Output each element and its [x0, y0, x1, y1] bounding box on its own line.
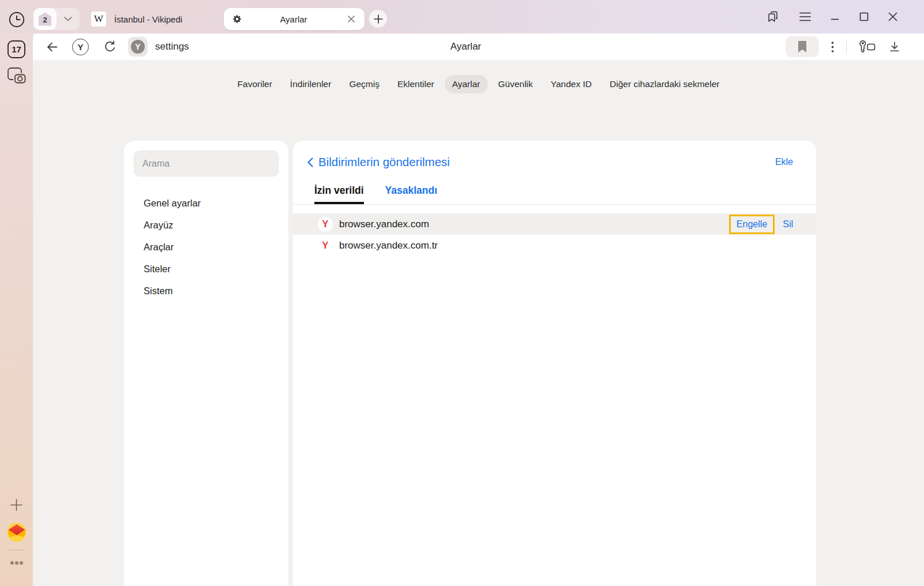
settings-search-input[interactable] [134, 151, 279, 176]
tab-title: İstanbul - Vikipedi [114, 14, 182, 24]
active-tab-title: Ayarlar [242, 14, 345, 24]
more-options-button[interactable] [831, 42, 834, 52]
close-tab-button[interactable] [345, 13, 358, 25]
minimize-icon [831, 12, 840, 21]
site-row[interactable]: Y browser.yandex.com.tr [293, 235, 816, 256]
yandex-app-button[interactable] [7, 523, 27, 544]
more-dots-icon [10, 561, 24, 565]
tab-group-count-badge: 2 [39, 13, 51, 26]
bookmark-button[interactable] [786, 36, 819, 57]
site-favicon-wrap: Y [318, 217, 333, 232]
tab-ayarlar-active[interactable]: Ayarlar [224, 8, 365, 30]
tab-istanbul-vikipedi[interactable]: W İstanbul - Vikipedi [84, 8, 189, 30]
nav-item-diger-cihazlar[interactable]: Diğer cihazlardaki sekmeler [602, 75, 727, 93]
settings-sidebar-panel: Genel ayarlar Arayüz Araçlar Siteler Sis… [124, 141, 288, 586]
screenshot-button[interactable] [7, 67, 26, 87]
add-site-link[interactable]: Ekle [775, 157, 793, 167]
nav-item-indirilenler[interactable]: İndirilenler [283, 75, 339, 93]
side-rail: 17 [0, 33, 33, 586]
bookmarks-panel-button[interactable] [766, 10, 780, 24]
site-url: browser.yandex.com [339, 219, 429, 230]
yandex-y-favicon: Y [322, 240, 328, 251]
yandex-y-favicon: Y [322, 219, 328, 230]
tab-group-counter[interactable]: 2 [33, 8, 57, 30]
delete-button[interactable]: Sil [783, 219, 793, 230]
screenshot-camera-icon [7, 67, 26, 84]
close-icon [348, 16, 355, 22]
address-toolbar: Y Y settings Ayarlar [33, 33, 924, 60]
browser-menu-button[interactable] [799, 12, 811, 21]
url-text[interactable]: settings [155, 41, 189, 52]
close-window-button[interactable] [888, 12, 897, 21]
tab-group-pill[interactable]: 2 [33, 8, 80, 30]
notifications-title[interactable]: Bildirimlerin gönderilmesi [318, 155, 450, 169]
nav-item-favoriler[interactable]: Favoriler [230, 75, 280, 93]
maximize-button[interactable] [859, 12, 869, 21]
refresh-button[interactable] [100, 37, 119, 57]
settings-favicon: Y [131, 40, 145, 54]
wikipedia-favicon: W [91, 12, 106, 27]
gear-icon [232, 14, 242, 24]
site-url: browser.yandex.com.tr [339, 240, 438, 251]
history-clock-button[interactable] [8, 11, 25, 28]
notifications-panel: Bildirimlerin gönderilmesi Ekle İzin ver… [293, 141, 816, 586]
bookmarks-panel-icon [766, 10, 780, 24]
chevron-down-icon [64, 17, 72, 21]
tabs-divider [293, 204, 816, 205]
yandex-home-button[interactable]: Y [72, 39, 89, 55]
tab-group-expander[interactable] [57, 8, 80, 30]
rail-divider [9, 550, 24, 550]
settings-page: Favoriler İndirilenler Geçmiş Eklentiler… [33, 60, 924, 586]
sidebar-item-siteler[interactable]: Siteler [124, 258, 288, 280]
minimize-button[interactable] [831, 12, 840, 21]
kebab-menu-icon [831, 42, 834, 52]
download-icon [888, 40, 901, 53]
key-card-icon [859, 40, 876, 54]
nav-item-yandex-id[interactable]: Yandex ID [543, 75, 599, 93]
rail-add-button[interactable] [10, 498, 23, 514]
nav-item-guvenlik[interactable]: Güvenlik [491, 75, 540, 93]
nav-item-ayarlar[interactable]: Ayarlar [445, 75, 488, 93]
close-icon [888, 12, 897, 21]
nav-item-gecmis[interactable]: Geçmiş [341, 75, 387, 93]
rail-more-button[interactable] [10, 557, 24, 568]
sidebar-item-sistem[interactable]: Sistem [124, 280, 288, 302]
back-button[interactable] [42, 37, 62, 57]
hamburger-menu-icon [799, 12, 811, 21]
passwords-button[interactable] [859, 40, 876, 54]
back-arrow-icon [45, 40, 59, 54]
site-favicon-wrap: Y [318, 238, 333, 253]
tab-yasaklandi[interactable]: Yasaklandı [385, 185, 437, 204]
chevron-left-icon [307, 157, 313, 167]
new-tab-button[interactable] [369, 10, 387, 28]
maximize-icon [859, 12, 869, 21]
refresh-icon [103, 40, 117, 54]
bookmark-icon [798, 41, 807, 52]
plus-icon [10, 498, 23, 512]
toolbar-divider [846, 39, 847, 54]
yandex-logo-icon [7, 523, 27, 542]
plus-icon [374, 14, 383, 24]
back-to-sites-button[interactable] [307, 157, 313, 167]
settings-sections-list: Genel ayarlar Arayüz Araçlar Siteler Sis… [124, 193, 288, 302]
sidebar-item-arayuz[interactable]: Arayüz [124, 215, 288, 236]
browser-content-card: Y Y settings Ayarlar [33, 33, 924, 586]
site-identity-chip[interactable]: Y [128, 37, 148, 57]
downloads-button[interactable] [888, 40, 901, 53]
sidebar-item-araclar[interactable]: Araçlar [124, 236, 288, 258]
engelle-highlight-box: Engelle [729, 215, 775, 234]
settings-top-nav: Favoriler İndirilenler Geçmiş Eklentiler… [33, 60, 924, 93]
sidebar-item-genel-ayarlar[interactable]: Genel ayarlar [124, 193, 288, 215]
block-button[interactable]: Engelle [737, 219, 767, 229]
nav-item-eklentiler[interactable]: Eklentiler [390, 75, 442, 93]
clock-icon [8, 11, 25, 28]
tab-izin-verildi[interactable]: İzin verildi [314, 185, 364, 204]
window-titlebar: 2 W İstanbul - Vikipedi Ayarlar [0, 0, 924, 33]
site-row[interactable]: Y browser.yandex.com Engelle Sil [293, 213, 816, 235]
page-title: Ayarlar [450, 41, 482, 52]
permission-tabs: İzin verildi Yasaklandı [293, 169, 816, 204]
tab-counter-badge[interactable]: 17 [7, 40, 25, 58]
